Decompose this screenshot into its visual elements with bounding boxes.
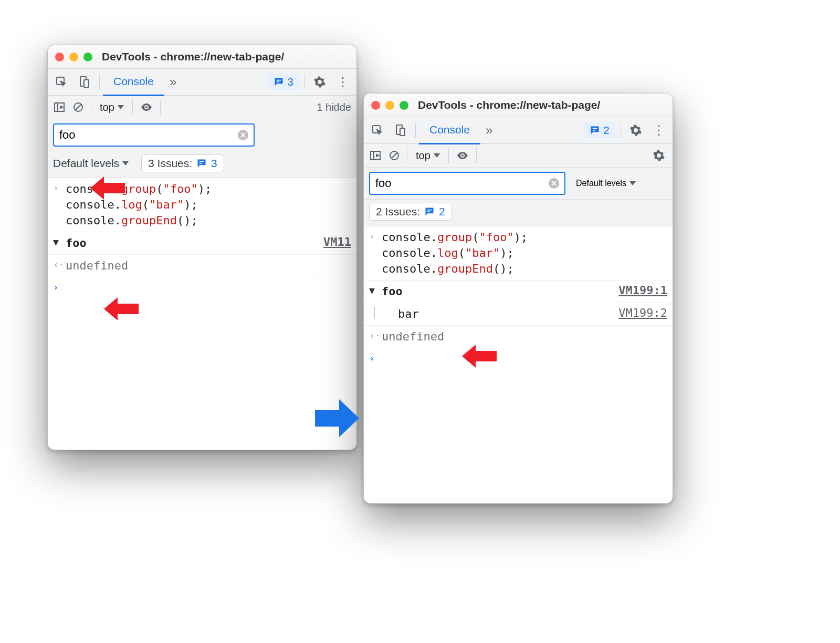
clear-filter-icon[interactable]: [237, 129, 249, 141]
prompt-row[interactable]: ›: [48, 277, 356, 299]
log-levels-selector[interactable]: Default levels: [571, 179, 641, 188]
group-row[interactable]: ▼ foo VM11: [48, 232, 356, 255]
group-name: foo: [382, 284, 403, 299]
triangle-down-icon: ▼: [53, 235, 66, 247]
annotation-arrow-icon: [103, 296, 139, 322]
context-selector[interactable]: top: [411, 150, 445, 162]
svg-point-12: [461, 154, 464, 157]
annotation-arrow-icon: [89, 175, 125, 201]
return-arrow-icon: ‹·: [369, 329, 382, 341]
prompt-row[interactable]: ›: [364, 348, 673, 370]
issues-chip[interactable]: 3 Issues: 3: [141, 154, 224, 172]
triangle-down-icon: [118, 105, 124, 109]
svg-rect-2: [84, 80, 89, 87]
separator: [132, 100, 133, 115]
more-tabs-icon[interactable]: »: [480, 123, 498, 138]
log-levels-label: Default levels: [576, 179, 626, 188]
sidebar-toggle-icon[interactable]: [366, 142, 385, 169]
sidebar-toggle-icon[interactable]: [50, 94, 69, 120]
minimize-icon[interactable]: [69, 53, 78, 61]
inspect-icon[interactable]: [50, 69, 73, 95]
log-text: bar: [392, 306, 419, 322]
issues-chip[interactable]: 2 Issues: 2: [369, 203, 452, 221]
kebab-icon[interactable]: ⋮: [647, 117, 670, 143]
clear-filter-icon[interactable]: [548, 177, 560, 190]
window-title: DevTools - chrome://new-tab-page/: [102, 50, 284, 63]
clear-icon[interactable]: [385, 142, 404, 169]
annotation-arrow-icon: [461, 344, 497, 369]
issues-chip-label: 3 Issues:: [148, 157, 192, 170]
kebab-icon[interactable]: ⋮: [331, 69, 354, 95]
separator: [448, 148, 449, 163]
maximize-icon[interactable]: [83, 53, 92, 61]
close-icon[interactable]: [55, 53, 64, 61]
devtools-window-left: DevTools - chrome://new-tab-page/ Consol…: [47, 45, 357, 450]
group-row[interactable]: ▼ foo VM199:1: [364, 281, 673, 303]
separator: [621, 123, 621, 138]
result-row: ‹· undefined: [364, 326, 673, 348]
group-name: foo: [66, 235, 87, 251]
live-expression-icon[interactable]: [452, 142, 473, 169]
console-toolbar: top 1 hidde: [48, 96, 356, 119]
filter-input[interactable]: [54, 128, 237, 142]
separator: [160, 100, 161, 115]
triangle-down-icon: [122, 161, 129, 165]
issues-chip-count: 2: [439, 205, 445, 218]
issues-count: 3: [287, 76, 293, 88]
transition-arrow-icon: [314, 397, 360, 439]
log-levels-selector[interactable]: Default levels: [53, 157, 134, 170]
clear-icon[interactable]: [69, 94, 88, 120]
devtools-window-right: DevTools - chrome://new-tab-page/ Consol…: [363, 93, 673, 504]
message-icon: [424, 206, 435, 217]
gear-icon[interactable]: [624, 117, 647, 143]
gear-icon[interactable]: [308, 69, 331, 95]
titlebar: DevTools - chrome://new-tab-page/: [364, 94, 673, 117]
message-icon: [274, 77, 284, 87]
issues-badge[interactable]: 2: [584, 122, 615, 138]
titlebar: DevTools - chrome://new-tab-page/: [48, 45, 356, 69]
close-icon[interactable]: [371, 101, 380, 110]
issues-chip-count: 3: [211, 157, 217, 170]
window-title: DevTools - chrome://new-tab-page/: [418, 99, 600, 111]
chevron-right-icon: ›: [369, 351, 382, 364]
source-link[interactable]: VM199:1: [618, 284, 667, 297]
context-selector[interactable]: top: [94, 101, 129, 113]
group-log-row: bar VM199:2: [364, 303, 673, 326]
main-toolbar: Console » 2 ⋮: [364, 117, 673, 144]
code-input: console.group("foo"); console.log("bar")…: [66, 181, 212, 229]
message-icon: [196, 158, 207, 169]
levels-bar: Default levels 3 Issues: 3: [48, 151, 356, 178]
separator: [99, 75, 100, 89]
tab-console[interactable]: Console: [419, 117, 480, 144]
maximize-icon[interactable]: [400, 101, 408, 110]
inspect-icon[interactable]: [366, 117, 389, 143]
tab-console[interactable]: Console: [103, 68, 164, 96]
source-link[interactable]: VM199:2: [618, 306, 667, 319]
levels-bar: 2 Issues: 2: [364, 200, 673, 226]
gear-icon[interactable]: [647, 142, 670, 169]
more-tabs-icon[interactable]: »: [164, 75, 182, 89]
console-output: › console.group("foo"); console.log("bar…: [364, 226, 673, 370]
issues-chip-label: 2 Issues:: [376, 205, 420, 218]
separator: [91, 100, 91, 115]
device-mode-icon[interactable]: [389, 117, 412, 143]
source-link[interactable]: VM11: [323, 235, 351, 248]
undefined-result: undefined: [382, 329, 444, 345]
svg-rect-9: [400, 128, 405, 136]
filter-input-wrap[interactable]: [53, 123, 255, 147]
return-arrow-icon: ‹·: [53, 258, 66, 270]
prompt-input[interactable]: [382, 351, 388, 367]
message-icon: [590, 125, 600, 136]
main-toolbar: Console » 3 ⋮: [48, 69, 356, 96]
device-mode-icon[interactable]: [73, 69, 96, 95]
prompt-input[interactable]: [66, 281, 72, 296]
console-toolbar: top: [364, 144, 673, 168]
filter-input-wrap[interactable]: [369, 172, 565, 195]
minimize-icon[interactable]: [385, 101, 394, 110]
filter-input[interactable]: [370, 177, 548, 190]
issues-badge[interactable]: 3: [268, 74, 299, 90]
live-expression-icon[interactable]: [136, 94, 157, 120]
separator: [304, 75, 305, 89]
triangle-down-icon: [434, 153, 440, 158]
result-row: ‹· undefined: [48, 255, 356, 277]
